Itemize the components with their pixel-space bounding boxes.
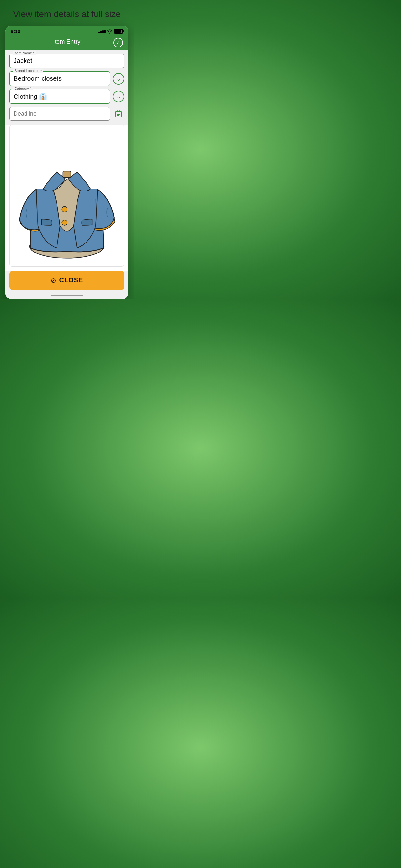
stored-location-input[interactable] (9, 71, 110, 86)
svg-point-8 (62, 206, 67, 212)
deadline-input[interactable] (9, 107, 110, 121)
svg-point-9 (62, 220, 67, 225)
phone-frame: 9:10 Item Entry ✓ I (5, 26, 128, 299)
close-no-icon: ⊘ (51, 276, 56, 284)
close-btn-area: ⊘ CLOSE (5, 271, 128, 292)
status-bar: 9:10 (5, 26, 128, 35)
stored-location-row: ⌄ (9, 71, 124, 86)
form-area: Item Name * Stored Location * ⌄ Category… (5, 50, 128, 125)
svg-rect-4 (117, 115, 118, 116)
svg-rect-1 (117, 114, 118, 115)
deadline-row (9, 107, 124, 121)
category-input[interactable] (9, 89, 110, 104)
stored-location-label: Stored Location * (13, 69, 43, 73)
category-chevron-button[interactable]: ⌄ (113, 91, 124, 102)
item-image-area (9, 125, 124, 267)
app-header: Item Entry ✓ (5, 35, 128, 50)
signal-dot-2 (100, 31, 102, 33)
item-name-input[interactable] (9, 54, 124, 68)
item-name-label: Item Name * (13, 51, 35, 55)
signal-dot-1 (98, 32, 100, 33)
close-button[interactable]: ⊘ CLOSE (9, 271, 124, 290)
signal-dot-4 (104, 30, 105, 33)
svg-rect-3 (120, 114, 120, 115)
signal-dot-3 (102, 30, 104, 33)
category-field-wrapper: Category * ⌄ (9, 89, 124, 104)
calendar-icon[interactable] (113, 108, 124, 120)
status-time: 9:10 (11, 28, 20, 34)
category-row: ⌄ (9, 89, 124, 104)
check-complete-icon[interactable]: ✓ (113, 38, 123, 48)
page-title: View item details at full size (7, 0, 127, 26)
svg-rect-5 (118, 115, 119, 116)
stored-location-chevron-button[interactable]: ⌄ (113, 73, 124, 85)
wifi-icon (107, 29, 113, 34)
home-indicator (5, 292, 128, 299)
close-button-label: CLOSE (59, 276, 83, 284)
svg-rect-7 (63, 172, 71, 178)
signal-dots-icon (98, 30, 105, 33)
status-icons (98, 29, 123, 34)
jacket-image (16, 131, 118, 260)
item-name-field-wrapper: Item Name * (9, 54, 124, 68)
home-bar (51, 295, 83, 297)
battery-icon (114, 29, 123, 34)
stored-location-field-wrapper: Stored Location * ⌄ (9, 71, 124, 86)
svg-rect-2 (118, 114, 119, 115)
app-header-title: Item Entry (53, 38, 81, 45)
battery-fill (115, 30, 121, 33)
category-label: Category * (13, 87, 33, 90)
